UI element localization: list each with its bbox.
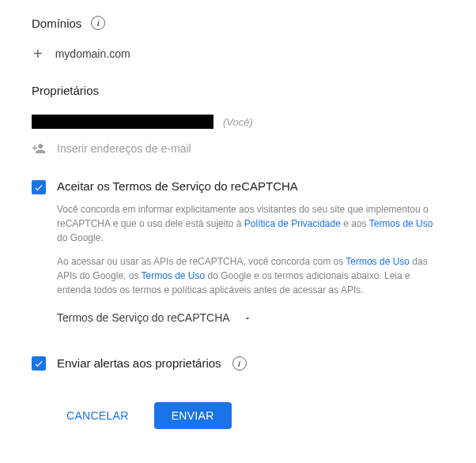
alerts-checkbox[interactable]: [32, 356, 46, 371]
plus-icon: +: [33, 46, 43, 62]
check-icon: [33, 182, 44, 193]
actions-row: CANCELAR ENVIAR: [32, 402, 444, 429]
submit-button[interactable]: ENVIAR: [154, 402, 232, 429]
domain-add-row[interactable]: + mydomain.com: [32, 41, 444, 77]
terms-of-use-link-1[interactable]: Termos de Uso: [369, 218, 433, 229]
terms-paragraph-2: Ao acessar ou usar as APIs de reCAPTCHA,…: [57, 254, 444, 297]
privacy-policy-link[interactable]: Política de Privacidade: [244, 218, 341, 229]
terms-paragraph-1: Você concorda em informar explicitamente…: [57, 202, 444, 245]
terms-expand-row[interactable]: Termos de Serviço do reCAPTCHA: [57, 307, 444, 348]
domain-name: mydomain.com: [55, 47, 130, 60]
alerts-checkbox-row[interactable]: Enviar alertas aos proprietários i: [32, 356, 444, 371]
terms-body: Você concorda em informar explicitamente…: [32, 202, 444, 348]
owner-email-redacted: [32, 115, 213, 129]
terms-checkbox[interactable]: [32, 180, 46, 194]
info-icon[interactable]: i: [91, 16, 105, 30]
chevron-down-icon: [243, 313, 252, 322]
domains-title: Domínios: [32, 17, 81, 30]
info-icon[interactable]: i: [232, 356, 247, 371]
terms-checkbox-row[interactable]: Aceitar os Termos de Serviço do reCAPTCH…: [32, 179, 444, 194]
terms-checkbox-label: Aceitar os Termos de Serviço do reCAPTCH…: [57, 179, 298, 193]
owners-title: Proprietários: [32, 84, 99, 97]
domains-header: Domínios i: [32, 16, 444, 30]
person-add-icon: [32, 141, 46, 156]
owners-header: Proprietários: [32, 84, 444, 97]
owner-row: (Você): [32, 108, 444, 137]
check-icon: [33, 358, 44, 369]
terms-of-use-link-2[interactable]: Termos de Uso: [346, 256, 410, 267]
add-owner-placeholder: Inserir endereços de e-mail: [57, 142, 191, 155]
alerts-checkbox-label: Enviar alertas aos proprietários: [57, 356, 221, 370]
terms-expand-label: Termos de Serviço do reCAPTCHA: [57, 311, 230, 324]
cancel-button[interactable]: CANCELAR: [49, 402, 146, 429]
add-owner-row[interactable]: Inserir endereços de e-mail: [32, 137, 444, 171]
terms-of-use-link-3[interactable]: Termos de Uso: [142, 270, 206, 281]
owner-you-label: (Você): [223, 116, 253, 128]
